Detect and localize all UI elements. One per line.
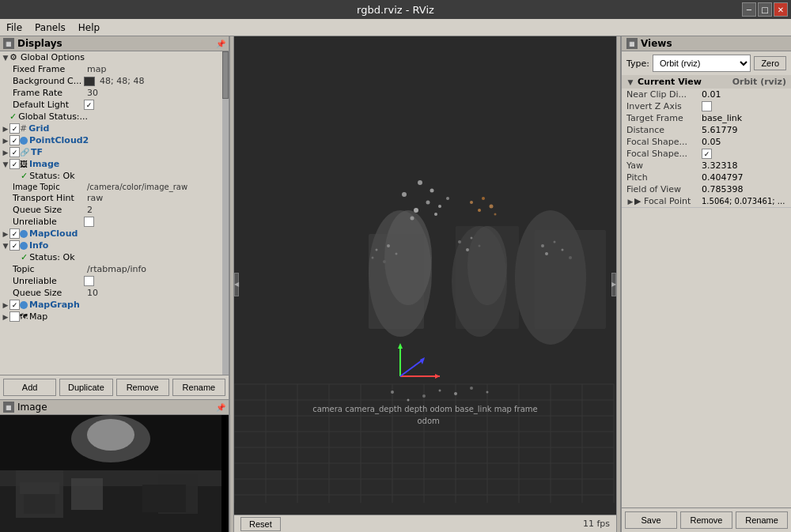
window-controls[interactable]: − □ ✕: [742, 2, 788, 17]
mapcloud-check[interactable]: ✓: [9, 228, 20, 239]
views-tree[interactable]: ▼ Current View Orbit (rviz) Near Clip Di…: [622, 75, 791, 507]
default-light-checkbox[interactable]: ✓: [84, 100, 94, 110]
tree-item-pointcloud2[interactable]: ▶ ✓ PointCloud2: [0, 134, 222, 146]
tree-item-info-status[interactable]: ✓ Status: Ok: [0, 251, 222, 263]
focal-shape-checkbox[interactable]: ✓: [702, 149, 712, 159]
views-remove-button[interactable]: Remove: [680, 511, 732, 529]
views-row-focal-point[interactable]: ▶ ▶ Focal Point 1.5064; 0.073461; ...: [622, 195, 791, 207]
maximize-button[interactable]: □: [758, 2, 772, 17]
svg-point-71: [479, 245, 481, 247]
current-view-section: ▼ Current View Orbit (rviz) Near Clip Di…: [622, 75, 791, 208]
svg-point-40: [486, 391, 489, 394]
global-options-label: Global Options: [21, 52, 85, 62]
pointcloud2-check[interactable]: ✓: [9, 135, 20, 145]
views-row-invert-z[interactable]: Invert Z Axis: [622, 100, 791, 112]
svg-point-65: [372, 257, 374, 259]
views-row-target-frame[interactable]: Target Frame base_link: [622, 112, 791, 124]
svg-point-74: [545, 252, 548, 255]
close-button[interactable]: ✕: [774, 2, 788, 17]
invert-z-checkbox[interactable]: [702, 101, 712, 111]
views-row-fov[interactable]: Field of View 0.785398: [622, 183, 791, 195]
image-panel-header: ▦ Image 📌: [0, 400, 229, 415]
gear-icon: ⚙: [9, 53, 19, 62]
views-row-pitch[interactable]: Pitch 0.404797: [622, 172, 791, 183]
svg-rect-10: [20, 482, 59, 494]
mapgraph-check[interactable]: ✓: [9, 300, 20, 310]
views-label: Views: [641, 38, 672, 49]
tf-check[interactable]: ✓: [9, 147, 20, 157]
image-check[interactable]: ✓: [9, 159, 20, 169]
tree-item-global-status[interactable]: ✓ Global Status:...: [0, 111, 222, 123]
svg-point-70: [466, 248, 469, 251]
minimize-button[interactable]: −: [742, 2, 756, 17]
svg-point-37: [439, 390, 441, 392]
tree-item-tf[interactable]: ▶ ✓ 🔗 TF: [0, 146, 222, 158]
tree-item-queue-size[interactable]: Queue Size 2: [0, 204, 222, 216]
main-layout: ▦ Displays 📌 ▼ ⚙ Global Options Fixed Fr…: [0, 36, 791, 532]
tree-item-global-options[interactable]: ▼ ⚙ Global Options: [0, 51, 222, 63]
left-resize-handle[interactable]: ◀: [234, 273, 239, 296]
tree-item-default-light[interactable]: Default Light ✓: [0, 99, 222, 111]
add-button[interactable]: Add: [3, 379, 56, 396]
tree-item-image-status[interactable]: ✓ Status: Ok: [0, 170, 222, 182]
info-unreliable-check[interactable]: [84, 276, 94, 286]
tf-label: TF: [31, 147, 43, 157]
zero-button[interactable]: Zero: [754, 56, 786, 70]
reset-button[interactable]: Reset: [240, 517, 281, 531]
displays-tree[interactable]: ▼ ⚙ Global Options Fixed Frame map Backg…: [0, 51, 229, 375]
tree-item-fixed-frame[interactable]: Fixed Frame map: [0, 63, 222, 75]
tree-item-mapgraph[interactable]: ▶ ✓ MapGraph: [0, 299, 222, 311]
menu-panels[interactable]: Panels: [28, 21, 72, 35]
current-view-type: Orbit (rviz): [732, 77, 786, 87]
tree-item-info-unreliable[interactable]: Unreliable: [0, 275, 222, 287]
tree-item-mapcloud[interactable]: ▶ ✓ MapCloud: [0, 228, 222, 240]
tree-item-frame-rate[interactable]: Frame Rate 30: [0, 87, 222, 99]
3d-viewport[interactable]: camera camera_depth depth odom base_link…: [234, 36, 616, 532]
tree-scrollbar[interactable]: [222, 51, 229, 375]
svg-point-76: [569, 256, 572, 259]
views-row-near-clip[interactable]: Near Clip Di... 0.01: [622, 89, 791, 100]
views-save-button[interactable]: Save: [625, 511, 677, 529]
rename-button[interactable]: Rename: [172, 379, 225, 396]
tree-item-transport-hint[interactable]: Transport Hint raw: [0, 192, 222, 204]
views-row-distance[interactable]: Distance 5.61779: [622, 124, 791, 136]
map-check[interactable]: [9, 311, 20, 322]
tree-item-unreliable[interactable]: Unreliable: [0, 216, 222, 228]
viewport-svg: [234, 36, 616, 532]
tree-item-image-topic[interactable]: Image Topic /camera/color/image_raw: [0, 182, 222, 192]
views-row-focal-shape-fixed[interactable]: Focal Shape... ✓: [622, 148, 791, 160]
tree-item-info-queue[interactable]: Queue Size 10: [0, 287, 222, 299]
type-select[interactable]: Orbit (rviz): [653, 55, 751, 72]
grid-check[interactable]: ✓: [9, 123, 20, 134]
tree-item-info-topic[interactable]: Topic /rtabmap/info: [0, 263, 222, 275]
tree-item-map[interactable]: ▶ 🗺 Map: [0, 311, 222, 323]
menu-help[interactable]: Help: [72, 21, 106, 35]
color-swatch: [84, 77, 95, 86]
svg-point-69: [471, 237, 473, 240]
views-type-row: Type: Orbit (rviz) Zero: [622, 51, 791, 75]
tree-item-info[interactable]: ▼ ✓ Info: [0, 240, 222, 251]
unreliable-check[interactable]: [84, 217, 94, 227]
window-title: rgbd.rviz - RViz: [357, 4, 434, 16]
image-panel-label: Image: [17, 402, 47, 413]
mapcloud-label: MapCloud: [29, 228, 78, 239]
tree-item-bg-color[interactable]: Background C... 48; 48; 48: [0, 75, 222, 87]
menu-file[interactable]: File: [0, 21, 28, 35]
views-row-yaw[interactable]: Yaw 3.32318: [622, 160, 791, 172]
tree-item-grid[interactable]: ▶ ✓ # Grid: [0, 123, 222, 134]
right-resize-handle[interactable]: ▶: [611, 273, 616, 296]
views-row-focal-shape-size[interactable]: Focal Shape... 0.05: [622, 136, 791, 148]
svg-point-36: [422, 394, 426, 398]
image-svg: [0, 415, 221, 532]
remove-button[interactable]: Remove: [116, 379, 169, 396]
displays-header: ▦ Displays 📌: [0, 36, 229, 51]
svg-point-49: [438, 205, 441, 208]
svg-point-51: [418, 180, 422, 185]
svg-point-38: [454, 392, 457, 395]
duplicate-button[interactable]: Duplicate: [59, 379, 112, 396]
views-rename-button[interactable]: Rename: [736, 511, 788, 529]
info-check[interactable]: ✓: [9, 240, 20, 251]
status-bar: Reset 11 fps: [234, 515, 616, 532]
tree-item-image[interactable]: ▼ ✓ 🖼 Image: [0, 158, 222, 170]
views-header: ▦ Views: [622, 36, 791, 51]
